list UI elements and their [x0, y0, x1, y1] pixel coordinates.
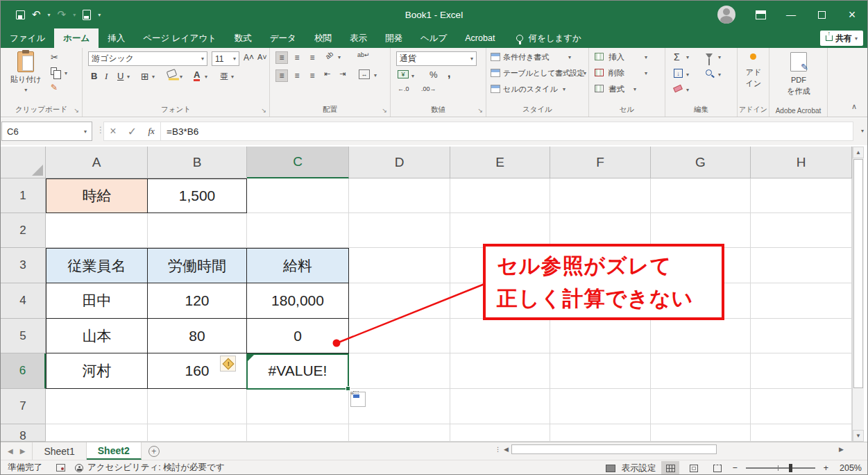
copy-dropdown-icon[interactable]: ▾: [65, 70, 67, 76]
cell-F2[interactable]: [550, 213, 651, 248]
cell-D8[interactable]: [349, 424, 450, 442]
cell-B2[interactable]: [148, 213, 247, 248]
copy-icon[interactable]: [51, 67, 57, 75]
cell-H3[interactable]: [751, 248, 852, 283]
row-header-1[interactable]: 1: [1, 178, 46, 213]
cell-H6[interactable]: [751, 353, 852, 389]
cell-D2[interactable]: [349, 213, 450, 248]
tab-help[interactable]: ヘルプ: [411, 28, 456, 48]
cell-D1[interactable]: [349, 178, 450, 213]
orientation-dropdown-icon[interactable]: ▾: [338, 54, 341, 60]
increase-font-icon[interactable]: A˄: [244, 53, 254, 62]
row-header-7[interactable]: 7: [1, 389, 46, 424]
cell-B5[interactable]: 80: [148, 319, 247, 353]
cell-E8[interactable]: [450, 424, 550, 442]
number-format-combo[interactable]: 通貨 ▾: [396, 51, 477, 66]
create-pdf-button[interactable]: PDF: [769, 76, 828, 84]
clear-icon[interactable]: [674, 86, 682, 91]
view-page-layout-button[interactable]: [685, 461, 703, 475]
addins-button[interactable]: アド: [738, 67, 769, 78]
font-size-combo[interactable]: 11 ▾: [212, 51, 239, 66]
font-color-icon[interactable]: A: [194, 71, 200, 81]
accounting-format-icon[interactable]: ¥: [398, 70, 409, 78]
col-header-G[interactable]: G: [651, 147, 751, 178]
cell-A2[interactable]: [46, 213, 148, 248]
format-dropdown-icon[interactable]: ▾: [633, 86, 636, 92]
account-avatar[interactable]: [717, 6, 735, 24]
col-header-F[interactable]: F: [550, 147, 651, 178]
merge-center-icon[interactable]: ↔: [359, 69, 370, 79]
maximize-button[interactable]: [806, 1, 837, 28]
cancel-icon[interactable]: ×: [110, 125, 116, 138]
clipboard-dialog-launcher-icon[interactable]: ↘: [74, 107, 79, 114]
tab-data[interactable]: データ: [261, 28, 305, 48]
col-header-H[interactable]: H: [751, 147, 852, 178]
zoom-in-icon[interactable]: +: [824, 463, 828, 473]
conditional-dropdown-icon[interactable]: ▾: [568, 54, 571, 60]
align-right-icon[interactable]: ≡: [306, 69, 318, 82]
sheet-tab-sheet2[interactable]: Sheet2: [87, 442, 142, 460]
cell-A3[interactable]: 従業員名: [46, 248, 148, 283]
row-header-5[interactable]: 5: [1, 319, 46, 353]
tab-file[interactable]: ファイル: [1, 28, 54, 48]
formula-text[interactable]: =B3*B6: [161, 126, 198, 137]
insert-function-icon[interactable]: fx: [148, 126, 154, 137]
cell-styles-button[interactable]: セルのスタイル: [503, 84, 558, 94]
cell-F1[interactable]: [550, 178, 651, 213]
cell-C7[interactable]: [247, 389, 349, 424]
furigana-icon[interactable]: 亜: [220, 71, 228, 83]
decrease-font-icon[interactable]: A˅: [257, 53, 267, 61]
view-normal-button[interactable]: [661, 461, 679, 475]
underline-dropdown-icon[interactable]: ▾: [127, 74, 130, 80]
autosum-dropdown-icon[interactable]: ▾: [686, 54, 689, 60]
cell-H8[interactable]: [751, 424, 852, 442]
font-dialog-launcher-icon[interactable]: ↘: [261, 107, 266, 114]
fill-dropdown-icon[interactable]: ▾: [686, 72, 689, 78]
row-header-2[interactable]: 2: [1, 213, 46, 248]
cell-H1[interactable]: [751, 178, 852, 213]
cell-D5[interactable]: [349, 319, 450, 353]
scroll-down-icon[interactable]: ▼: [853, 430, 864, 442]
fill-color-icon[interactable]: [167, 72, 176, 78]
row-header-4[interactable]: 4: [1, 283, 46, 319]
cell-C2[interactable]: [247, 213, 349, 248]
accessibility-status[interactable]: アクセシビリティ: 検討が必要です: [87, 462, 225, 474]
cell-H2[interactable]: [751, 213, 852, 248]
percent-style-icon[interactable]: %: [429, 69, 438, 80]
tab-acrobat[interactable]: Acrobat: [456, 28, 504, 48]
tab-home[interactable]: ホーム: [54, 28, 99, 48]
cell-D6[interactable]: [349, 353, 450, 389]
share-button[interactable]: 共有 ▾: [820, 31, 863, 46]
col-header-D[interactable]: D: [349, 147, 450, 178]
cell-A5[interactable]: 山本: [46, 319, 148, 353]
cell-G6[interactable]: [651, 353, 751, 389]
cell-B7[interactable]: [148, 389, 247, 424]
number-dialog-launcher-icon[interactable]: ↘: [477, 107, 483, 114]
collapse-ribbon-icon[interactable]: ∧: [851, 102, 857, 111]
underline-button[interactable]: U: [117, 71, 124, 81]
zoom-level[interactable]: 205%: [834, 463, 862, 473]
zoom-out-icon[interactable]: −: [732, 463, 737, 473]
addins-button-line2[interactable]: イン: [738, 78, 769, 89]
cell-G2[interactable]: [651, 213, 751, 248]
hscroll-left-icon[interactable]: ◀: [504, 446, 509, 453]
cell-E1[interactable]: [450, 178, 550, 213]
fill-color-dropdown-icon[interactable]: ▾: [180, 74, 182, 80]
borders-dropdown-icon[interactable]: ▾: [152, 74, 155, 80]
cell-F8[interactable]: [550, 424, 651, 442]
row-header-3[interactable]: 3: [1, 248, 46, 283]
delete-cells-button[interactable]: 削除: [609, 68, 624, 78]
insert-dropdown-icon[interactable]: ▾: [645, 54, 647, 60]
fill-icon[interactable]: ↓: [674, 69, 683, 78]
bold-button[interactable]: B: [91, 71, 97, 81]
tab-review[interactable]: 校閲: [305, 28, 341, 48]
decrease-decimal-icon[interactable]: .00→: [421, 85, 436, 92]
minimize-button[interactable]: —: [776, 1, 806, 28]
sheet-tab-sheet1[interactable]: Sheet1: [33, 442, 86, 460]
cell-F7[interactable]: [550, 389, 651, 424]
tab-insert[interactable]: 挿入: [99, 28, 134, 48]
cell-A4[interactable]: 田中: [46, 283, 148, 319]
alignment-dialog-launcher-icon[interactable]: ↘: [382, 107, 387, 114]
middle-align-icon[interactable]: ≡: [291, 51, 303, 64]
macro-record-icon[interactable]: [56, 464, 65, 472]
